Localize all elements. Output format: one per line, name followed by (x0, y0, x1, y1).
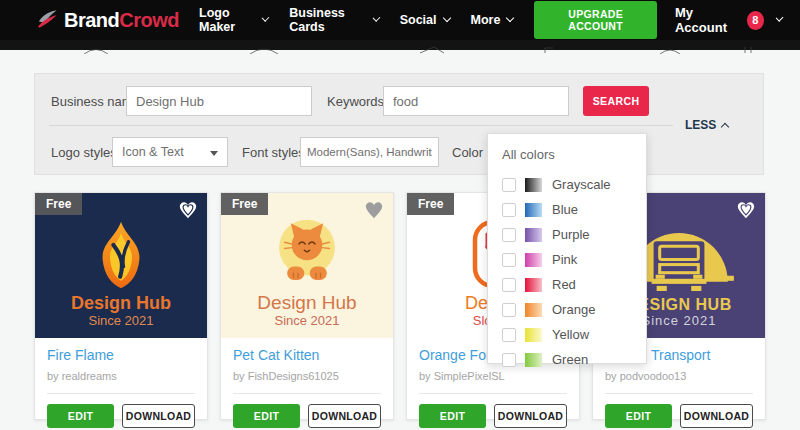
search-filter-panel: Business name Keywords SEARCH LESS Logo … (34, 73, 764, 175)
chevron-up-icon (721, 122, 729, 130)
logo-text-line2: Since 2021 (641, 313, 716, 329)
nav-business-cards[interactable]: Business Cards (289, 6, 378, 34)
less-toggle[interactable]: LESS (685, 118, 728, 132)
download-button[interactable]: DOWNLOAD (680, 404, 753, 428)
logo-styles-select[interactable]: Icon & Text (112, 137, 228, 167)
free-badge: Free (221, 193, 268, 215)
logo-card-pet-cat-kitten: Free Design Hub Since 2021 (220, 192, 394, 420)
card-actions: EDIT DOWNLOAD (419, 404, 567, 428)
blue-swatch-icon (525, 203, 542, 217)
checkbox[interactable] (502, 353, 516, 367)
doodle-pattern (0, 44, 800, 54)
color-option-red[interactable]: Red (488, 272, 646, 297)
card-info: Pet Cat Kitten by FishDesigns61025 EDIT … (221, 338, 393, 428)
color-option-blue[interactable]: Blue (488, 197, 646, 222)
brandcrowd-search-page: BrandCrowd Logo Maker Business Cards Soc… (0, 0, 800, 430)
edit-button[interactable]: EDIT (47, 404, 114, 428)
checkbox[interactable] (502, 253, 516, 267)
chevron-down-icon (506, 14, 514, 22)
main-nav: Logo Maker Business Cards Social More (199, 6, 534, 34)
my-account-label: My Account (675, 5, 739, 35)
color-dropdown-header[interactable]: All colors (488, 134, 646, 162)
business-name-input[interactable] (126, 86, 312, 116)
color-option-purple[interactable]: Purple (488, 222, 646, 247)
color-option-green[interactable]: Green (488, 347, 646, 372)
logo-text-line1: Design Hub (71, 294, 171, 314)
logo-styles-label: Logo styles (51, 145, 117, 160)
logo-preview[interactable]: Free Design Hub Since 2021 (35, 193, 207, 338)
chevron-down-icon (372, 14, 380, 22)
designer-byline: by FishDesigns61025 (233, 370, 381, 382)
card-divider (47, 393, 195, 394)
chevron-down-icon (442, 14, 450, 22)
panel-divider (49, 125, 673, 126)
checkbox[interactable] (502, 178, 516, 192)
designer-byline: by realdreams (47, 370, 195, 382)
edit-button[interactable]: EDIT (233, 404, 300, 428)
nav-more[interactable]: More (471, 13, 514, 27)
logo-title-link[interactable]: Fire Flame (47, 347, 195, 363)
checkbox[interactable] (502, 303, 516, 317)
flame-logo-icon (95, 220, 147, 290)
checkbox[interactable] (502, 228, 516, 242)
red-swatch-icon (525, 278, 542, 292)
green-swatch-icon (525, 353, 542, 367)
color-option-grayscale[interactable]: Grayscale (488, 172, 646, 197)
color-option-pink[interactable]: Pink (488, 247, 646, 272)
card-divider (233, 393, 381, 394)
my-account-menu[interactable]: My Account 8 (675, 5, 782, 35)
purple-swatch-icon (525, 228, 542, 242)
chevron-down-icon (775, 14, 783, 22)
logo-title-link[interactable]: Transport (651, 347, 753, 363)
checkbox[interactable] (502, 328, 516, 342)
heart-icon[interactable] (178, 201, 198, 223)
search-button[interactable]: SEARCH (583, 86, 649, 116)
hero-strip (0, 40, 800, 50)
color-option-orange[interactable]: Orange (488, 297, 646, 322)
font-styles-label: Font styles (242, 145, 305, 160)
card-actions: EDIT DOWNLOAD (233, 404, 381, 428)
edit-button[interactable]: EDIT (419, 404, 486, 428)
pink-swatch-icon (525, 253, 542, 267)
heart-icon[interactable] (364, 201, 384, 223)
logo-preview[interactable]: Free Design Hub Since 2021 (221, 193, 393, 338)
card-actions: EDIT DOWNLOAD (605, 404, 753, 428)
nav-social[interactable]: Social (400, 13, 450, 27)
download-button[interactable]: DOWNLOAD (122, 404, 195, 428)
chevron-down-icon (262, 14, 270, 22)
color-label: Color (452, 145, 483, 160)
download-button[interactable]: DOWNLOAD (494, 404, 567, 428)
card-divider (605, 393, 753, 394)
navbar-right: UPGRADE ACCOUNT My Account 8 (534, 1, 800, 39)
logo-text-line1: Design Hub (257, 293, 356, 314)
keywords-input[interactable] (383, 86, 569, 116)
brand-wordmark: BrandCrowd (64, 9, 179, 32)
color-option-list: Grayscale Blue Purple Pink Red Orange Ye… (488, 172, 646, 372)
upgrade-account-button[interactable]: UPGRADE ACCOUNT (534, 1, 657, 39)
logo-text-line2: Since 2021 (274, 313, 339, 329)
logo-title-link[interactable]: Pet Cat Kitten (233, 347, 381, 363)
checkbox[interactable] (502, 203, 516, 217)
logo-text-line2: Since 2021 (88, 313, 153, 329)
top-navbar: BrandCrowd Logo Maker Business Cards Soc… (0, 0, 800, 40)
brandcrowd-swoosh-icon (36, 7, 59, 34)
nav-logo-maker[interactable]: Logo Maker (199, 6, 268, 34)
font-styles-input[interactable] (300, 137, 439, 167)
edit-button[interactable]: EDIT (605, 404, 672, 428)
checkbox[interactable] (502, 278, 516, 292)
logo-card-fire-flame: Free Design Hub Since 2021 (34, 192, 208, 420)
caret-down-icon (210, 151, 218, 156)
free-badge: Free (407, 193, 454, 215)
brandcrowd-logo[interactable]: BrandCrowd (36, 7, 179, 34)
yellow-swatch-icon (525, 328, 542, 342)
orange-swatch-icon (525, 303, 542, 317)
card-info: Fire Flame by realdreams EDIT DOWNLOAD (35, 338, 207, 428)
color-dropdown: All colors Grayscale Blue Purple Pink Re… (487, 133, 647, 364)
keywords-label: Keywords (327, 94, 384, 109)
cat-logo-icon (265, 217, 349, 289)
heart-icon[interactable] (736, 201, 756, 223)
card-divider (419, 393, 567, 394)
download-button[interactable]: DOWNLOAD (308, 404, 381, 428)
card-actions: EDIT DOWNLOAD (47, 404, 195, 428)
color-option-yellow[interactable]: Yellow (488, 322, 646, 347)
